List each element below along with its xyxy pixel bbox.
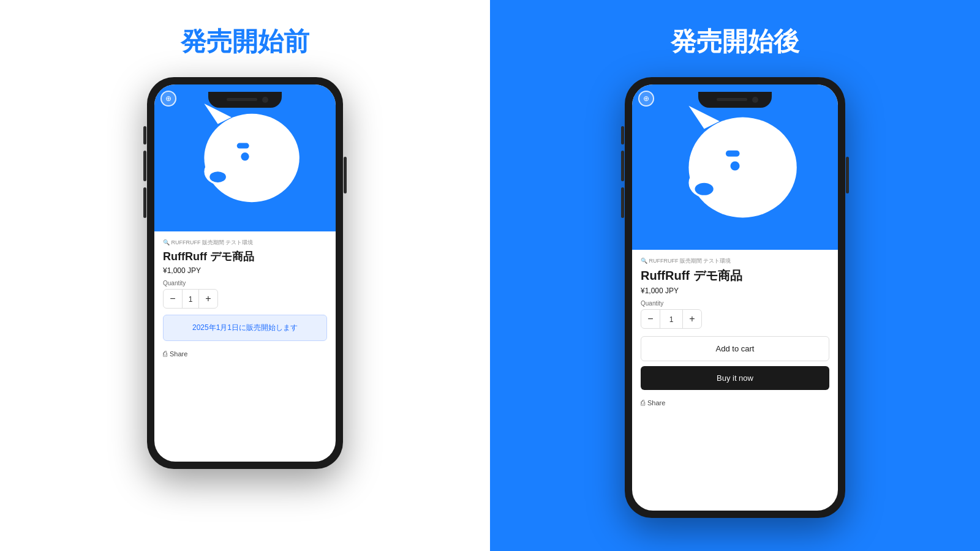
phone-screen-left: 🔍 RUFFRUFF 販売期間 テスト環境 RuffRuff デモ商品 ¥1,0…: [154, 84, 336, 462]
panel-before: 発売開始前: [0, 0, 490, 551]
product-title-left: RuffRuff デモ商品: [163, 249, 327, 264]
product-info-left: 🔍 RUFFRUFF 販売期間 テスト環境 RuffRuff デモ商品 ¥1,0…: [154, 231, 336, 368]
svg-rect-4: [237, 143, 249, 149]
phone-frame-right: 🔍 RUFFRUFF 販売期間 テスト環境 RuffRuff デモ商品 ¥1,0…: [625, 77, 845, 518]
share-icon-right: ⎙: [641, 399, 645, 407]
vendor-text-right: 🔍 RUFFRUFF 販売期間 テスト環境: [641, 257, 731, 265]
vol-down-button-left: [143, 187, 146, 218]
qty-value-left: 1: [182, 290, 199, 308]
vol-down-button-right: [621, 187, 624, 218]
quantity-label-left: Quantity: [163, 280, 327, 287]
qty-minus-right[interactable]: −: [641, 310, 660, 328]
svg-point-0: [204, 114, 299, 202]
svg-point-11: [730, 161, 739, 170]
phone-mockup-left: 🔍 RUFFRUFF 販売期間 テスト環境 RuffRuff デモ商品 ¥1,0…: [147, 77, 343, 469]
quantity-label-right: Quantity: [641, 300, 829, 307]
sale-start-banner: 2025年1月1日に販売開始します: [163, 315, 327, 341]
share-icon-left: ⎙: [163, 350, 167, 358]
add-to-cart-button[interactable]: Add to cart: [641, 336, 829, 361]
zoom-icon-left[interactable]: [160, 91, 176, 107]
dog-logo-left: [177, 92, 313, 224]
mute-button-right: [621, 126, 624, 144]
vendor-line-right: 🔍 RUFFRUFF 販売期間 テスト環境: [641, 257, 829, 265]
zoom-icon-right[interactable]: [638, 91, 654, 107]
quantity-control-right: − 1 +: [641, 309, 702, 329]
vol-up-button-left: [143, 151, 146, 181]
qty-minus-left[interactable]: −: [164, 290, 182, 308]
share-area-right: ⎙ Share: [641, 396, 829, 410]
product-title-right: RuffRuff デモ商品: [641, 268, 829, 284]
power-button-left: [344, 157, 347, 193]
power-button-right: [846, 157, 849, 193]
notch-right: [698, 92, 772, 108]
share-area-left: ⎙ Share: [163, 347, 327, 361]
svg-point-5: [241, 152, 249, 160]
product-price-right: ¥1,000 JPY: [641, 287, 829, 295]
dog-logo-right: [658, 93, 812, 242]
buy-it-now-button[interactable]: Buy it now: [641, 366, 829, 390]
svg-point-6: [688, 117, 796, 217]
notch-left: [208, 92, 282, 108]
panel-right-title: 発売開始後: [671, 24, 799, 59]
qty-value-right: 1: [660, 310, 683, 328]
qty-plus-left[interactable]: +: [199, 290, 217, 308]
phone-frame-left: 🔍 RUFFRUFF 販売期間 テスト環境 RuffRuff デモ商品 ¥1,0…: [147, 77, 343, 469]
panel-after: 発売開始後: [490, 0, 980, 551]
svg-rect-10: [726, 150, 740, 156]
vol-up-button-right: [621, 151, 624, 181]
vendor-text-left: 🔍 RUFFRUFF 販売期間 テスト環境: [163, 239, 254, 247]
svg-point-9: [695, 182, 713, 195]
product-image-right: [632, 84, 838, 250]
phone-mockup-right: 🔍 RUFFRUFF 販売期間 テスト環境 RuffRuff デモ商品 ¥1,0…: [625, 77, 845, 518]
share-text-right: Share: [647, 399, 665, 407]
share-text-left: Share: [170, 350, 187, 358]
vendor-line-left: 🔍 RUFFRUFF 販売期間 テスト環境: [163, 239, 327, 247]
mute-button-left: [143, 126, 146, 144]
phone-screen-right: 🔍 RUFFRUFF 販売期間 テスト環境 RuffRuff デモ商品 ¥1,0…: [632, 84, 838, 511]
quantity-control-left: − 1 +: [163, 289, 218, 309]
qty-plus-right[interactable]: +: [683, 310, 701, 328]
product-price-left: ¥1,000 JPY: [163, 266, 327, 275]
svg-point-3: [209, 171, 226, 182]
panel-left-title: 発売開始前: [181, 24, 309, 59]
product-info-right: 🔍 RUFFRUFF 販売期間 テスト環境 RuffRuff デモ商品 ¥1,0…: [632, 250, 838, 417]
